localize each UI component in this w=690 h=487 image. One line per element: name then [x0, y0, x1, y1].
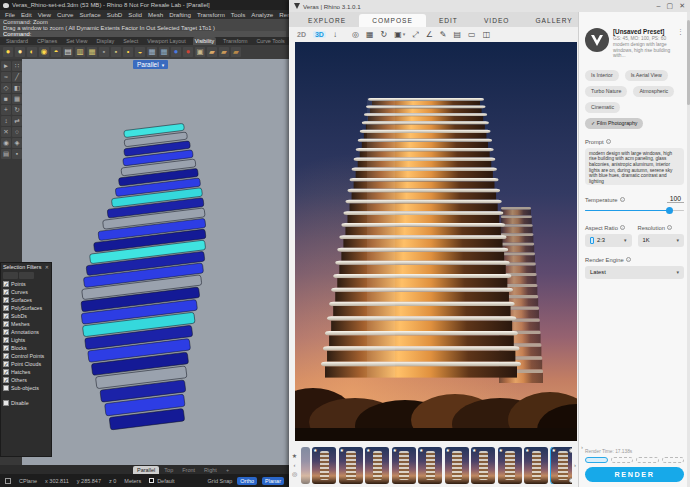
checkbox[interactable]: [3, 353, 9, 359]
selection-filter-hatches[interactable]: Hatches: [1, 368, 51, 376]
bulb-on-icon[interactable]: ●: [3, 47, 13, 57]
slider-knob[interactable]: [666, 207, 673, 214]
temperature-slider[interactable]: [585, 206, 684, 215]
toolbar-tab-set-view[interactable]: Set View: [64, 37, 89, 45]
render-thumbnail[interactable]: [524, 447, 548, 484]
solid-tools-icon[interactable]: ■: [1, 94, 11, 104]
menu-tools[interactable]: Tools: [231, 10, 245, 19]
veras-tab-video[interactable]: VIDEO: [471, 14, 523, 27]
favorite-filter-icon[interactable]: [292, 453, 297, 459]
maximize-icon[interactable]: [667, 2, 674, 10]
mode-3d-button[interactable]: 3D: [313, 31, 326, 38]
layer-color-swatch[interactable]: [149, 478, 154, 483]
status-cplane[interactable]: CPlane: [19, 478, 37, 484]
checkbox[interactable]: [3, 345, 9, 351]
render-thumbnail[interactable]: [551, 447, 573, 484]
mode-2d-button[interactable]: 2D: [297, 31, 306, 38]
selection-filter-curves[interactable]: Curves: [1, 288, 51, 296]
prompt-input[interactable]: modern design with large windows, high r…: [585, 148, 684, 185]
scale-tool-icon[interactable]: ↕: [1, 116, 11, 126]
toolbar-tab-viewport-layout[interactable]: Viewport Layout: [145, 37, 188, 45]
style-chip-cinematic[interactable]: Cinematic: [585, 102, 620, 113]
selection-filter-disable[interactable]: Disable: [1, 399, 51, 407]
render-engine-select[interactable]: Latest: [585, 266, 684, 279]
render-thumbnail[interactable]: [445, 447, 469, 484]
toolbar-tab-standard[interactable]: Standard: [4, 37, 30, 45]
viewport-title-menu[interactable]: Parallel: [133, 60, 168, 69]
grid-view-icon[interactable]: ▦: [366, 27, 374, 42]
viewport-tab-right[interactable]: Right: [200, 466, 221, 474]
rhino-viewport[interactable]: Parallel: [22, 59, 289, 465]
surface-tools-icon[interactable]: ◧: [12, 83, 22, 93]
selection-filter-others[interactable]: Others: [1, 376, 51, 384]
status-toggle-ortho[interactable]: Ortho: [237, 477, 257, 485]
selection-filter-control-points[interactable]: Control Points: [1, 352, 51, 360]
bulb-bright-icon[interactable]: ●: [15, 47, 25, 57]
layers-tool-icon[interactable]: ▤: [1, 149, 11, 159]
close-icon[interactable]: [45, 264, 49, 270]
globe-blue-icon[interactable]: ●: [171, 47, 181, 57]
veras-tab-compose[interactable]: COMPOSE: [359, 14, 426, 27]
selection-filter-sub-objects[interactable]: Sub-objects: [1, 384, 51, 392]
checkbox[interactable]: [3, 377, 9, 383]
move-tool-icon[interactable]: +: [1, 105, 11, 115]
bulb-half-icon[interactable]: ◐: [27, 47, 37, 57]
checkbox[interactable]: [3, 289, 9, 295]
selection-filter-surfaces[interactable]: Surfaces: [1, 296, 51, 304]
checkbox[interactable]: [3, 313, 9, 319]
layer-grid-alt-icon[interactable]: ▦: [159, 47, 169, 57]
menu-transform[interactable]: Transform: [197, 10, 225, 19]
sync-icon[interactable]: ↻: [380, 27, 387, 42]
page-bulb-icon[interactable]: ▥: [75, 47, 85, 57]
menu-subd[interactable]: SubD: [107, 10, 122, 19]
close-icon[interactable]: [679, 2, 685, 10]
menu-edit[interactable]: Edit: [21, 10, 32, 19]
visibility-eye-icon[interactable]: ◎: [352, 27, 359, 42]
camera-dropdown-icon[interactable]: ▾: [403, 27, 406, 42]
menu-view[interactable]: View: [38, 10, 51, 19]
status-z[interactable]: z 0: [109, 478, 116, 484]
temperature-value[interactable]: 100: [667, 195, 684, 203]
thumbnails-next-icon[interactable]: [574, 462, 576, 468]
menu-analyze[interactable]: Analyze: [251, 10, 273, 19]
resolution-select[interactable]: 1K: [638, 234, 685, 247]
bulb-clamp-icon[interactable]: ◓: [51, 47, 61, 57]
tag-hide-icon[interactable]: ▰: [219, 47, 229, 57]
style-chip-atmospheric[interactable]: Atmospheric: [633, 86, 674, 97]
veras-tab-gallery[interactable]: GALLERY: [522, 14, 585, 27]
filter-tab-objects[interactable]: [3, 272, 18, 279]
history-icon[interactable]: ▣: [195, 47, 205, 57]
checkbox[interactable]: [3, 400, 9, 406]
favorite-star-icon[interactable]: [472, 448, 476, 453]
checkbox[interactable]: [3, 385, 9, 391]
selection-filter-points[interactable]: Points: [1, 280, 51, 288]
tag-swap-icon[interactable]: ▰: [231, 47, 241, 57]
status-meters[interactable]: Meters: [124, 478, 141, 484]
toolbar-tab-curve-tools[interactable]: Curve Tools: [254, 37, 286, 45]
checkbox[interactable]: [3, 369, 9, 375]
checkbox[interactable]: [3, 281, 9, 287]
preset-card[interactable]: [Unsaved Preset] GS: 45, MO: 100, PS: 60…: [585, 28, 684, 59]
control-points-icon[interactable]: ∷: [12, 61, 22, 71]
favorite-star-icon[interactable]: [366, 448, 370, 453]
layers-icon[interactable]: ◫: [483, 27, 491, 42]
chip-bulb-icon[interactable]: ▪: [111, 47, 121, 57]
bulb-swap-icon[interactable]: ◒: [135, 47, 145, 57]
toolbar-tab-transform[interactable]: Transform: [221, 37, 249, 45]
style-chip-turbo-nature[interactable]: Turbo Nature: [585, 86, 627, 97]
render-thumbnail[interactable]: [471, 447, 495, 484]
frame-icon[interactable]: ▭: [468, 27, 476, 42]
toolbar-tab-visibility[interactable]: Visibility: [193, 37, 216, 45]
kebab-menu-icon[interactable]: [677, 28, 684, 59]
thumbnails-prev-icon[interactable]: [294, 462, 296, 468]
render-thumbnail[interactable]: [418, 447, 442, 484]
zoom-tool-icon[interactable]: ◉: [1, 138, 11, 148]
page-copy-icon[interactable]: ▦: [87, 47, 97, 57]
bulb-select-icon[interactable]: ◉: [39, 47, 49, 57]
selection-filter-lights[interactable]: Lights: [1, 336, 51, 344]
curve-tools-icon[interactable]: ≈: [1, 72, 11, 82]
bulb-mini-icon[interactable]: •: [123, 47, 133, 57]
rhino-command-area[interactable]: Command: ZoomDrag a window to zoom ( All…: [0, 19, 289, 37]
menu-mesh[interactable]: Mesh: [148, 10, 163, 19]
render-thumbnail[interactable]: [312, 447, 336, 484]
